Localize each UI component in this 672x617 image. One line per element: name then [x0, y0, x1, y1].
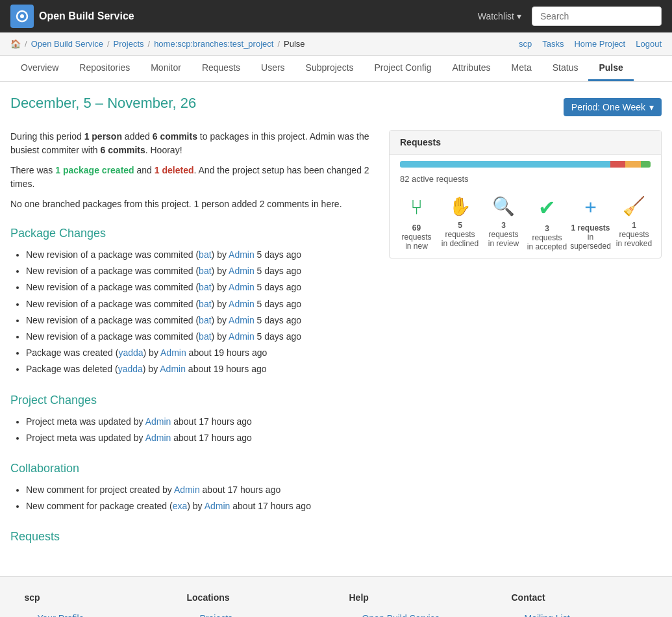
admin-link-12[interactable]: Admin [205, 501, 230, 511]
your-profile-link[interactable]: Your Profile [38, 613, 84, 617]
list-item: Projects [200, 609, 323, 617]
tab-project-config[interactable]: Project Config [364, 56, 442, 81]
requests-accepted-label: 3requestsin accepted [527, 224, 567, 251]
bat-link-1[interactable]: bat [199, 249, 211, 260]
admin-link-1[interactable]: Admin [229, 249, 255, 260]
tab-monitor[interactable]: Monitor [140, 56, 192, 81]
logout-link[interactable]: Logout [636, 39, 662, 49]
list-item: New comment for project created by Admin… [26, 482, 376, 498]
list-item: New revision of a package was commited (… [26, 279, 376, 296]
tab-status[interactable]: Status [542, 56, 589, 81]
requests-superseded-label: 1 requestsin superseded [569, 223, 612, 251]
list-item: Open Build Service [362, 609, 486, 617]
list-item: New revision of a package was commited (… [26, 312, 376, 329]
watchlist-caret-icon: ▾ [517, 11, 521, 21]
collaboration-list: New comment for project created by Admin… [10, 482, 376, 514]
yadda-link-1[interactable]: yadda [118, 347, 143, 358]
project-changes-heading: Project Changes [10, 394, 376, 407]
tab-users[interactable]: Users [251, 56, 295, 81]
list-item: New revision of a package was commited (… [26, 247, 376, 263]
requests-count: 82 active requests [390, 174, 661, 189]
nav-links: scp Tasks Home Project Logout [519, 39, 662, 49]
summary3: No one branched packages from this proje… [10, 197, 376, 211]
requests-new: ⑂ 69requestsin new [395, 195, 438, 251]
requests-accepted: ✔ 3requestsin accepted [525, 195, 569, 251]
footer-scp-list: Your Profile Home Project Logout [25, 609, 161, 617]
admin-link-10[interactable]: Admin [145, 433, 171, 443]
admin-link-7[interactable]: Admin [160, 347, 186, 358]
requests-panel: Requests 82 active requests ⑂ 69requests… [389, 130, 662, 258]
list-item: Package was deleted (yadda) by Admin abo… [26, 361, 376, 377]
watchlist-button[interactable]: Watchlist ▾ [478, 11, 521, 21]
footer-contact-title: Contact [512, 592, 648, 603]
requests-new-label: 69requestsin new [401, 223, 431, 251]
footer-scp: scp Your Profile Home Project Logout [25, 592, 161, 617]
sep2: / [107, 39, 110, 49]
current-breadcrumb: Pulse [284, 39, 305, 49]
check-icon: ✔ [538, 195, 556, 220]
package-changes-heading: Package Changes [10, 227, 376, 240]
tab-subprojects[interactable]: Subprojects [295, 56, 364, 81]
scp-link[interactable]: scp [519, 39, 532, 49]
projects-breadcrumb[interactable]: Projects [114, 39, 144, 49]
admin-link-3[interactable]: Admin [229, 282, 255, 292]
period-button[interactable]: Period: One Week ▾ [564, 98, 662, 116]
bat-link-5[interactable]: bat [199, 315, 211, 325]
tabs: Overview Repositories Monitor Requests U… [0, 56, 672, 82]
collaboration-heading: Collaboration [10, 462, 376, 475]
project-breadcrumb[interactable]: home:scp:branches:test_project [154, 39, 273, 49]
obs-logo [10, 5, 34, 28]
brand-link[interactable]: Open Build Service [10, 5, 134, 28]
requests-revoked-label: 1requestsin revoked [616, 221, 652, 248]
footer-contact-list: Mailing List Forums Chat (IRC) Twitter [512, 609, 648, 617]
search-input[interactable] [532, 6, 662, 26]
requests-bar-container [390, 155, 661, 174]
tab-meta[interactable]: Meta [501, 56, 542, 81]
list-item: Project meta was updated by Admin about … [26, 414, 376, 430]
tab-pulse[interactable]: Pulse [588, 56, 633, 81]
requests-declined-label: 5requestsin declined [442, 221, 479, 248]
admin-link-9[interactable]: Admin [145, 416, 171, 427]
admin-link-4[interactable]: Admin [229, 299, 255, 309]
admin-link-6[interactable]: Admin [229, 331, 255, 342]
title-row: December, 5 – November, 26 Period: One W… [10, 95, 662, 120]
tab-requests[interactable]: Requests [192, 56, 251, 81]
yadda-link-2[interactable]: yadda [118, 364, 143, 374]
list-item: New revision of a package was commited (… [26, 296, 376, 312]
tab-attributes[interactable]: Attributes [442, 56, 501, 81]
exa-link[interactable]: exa [173, 501, 188, 511]
projects-footer-link[interactable]: Projects [200, 613, 233, 617]
tab-repositories[interactable]: Repositories [69, 56, 140, 81]
list-item: Mailing List [525, 609, 648, 617]
bat-link-3[interactable]: bat [199, 282, 211, 292]
bat-link-2[interactable]: bat [199, 266, 211, 276]
created-link[interactable]: 1 package created [55, 165, 134, 175]
obs-help-link[interactable]: Open Build Service [362, 613, 440, 617]
footer: scp Your Profile Home Project Logout Loc… [0, 576, 672, 617]
list-item: Package was created (yadda) by Admin abo… [26, 345, 376, 361]
bat-link-6[interactable]: bat [199, 331, 211, 342]
admin-link-5[interactable]: Admin [229, 315, 255, 325]
brand-text: Open Build Service [39, 10, 134, 22]
admin-link-2[interactable]: Admin [229, 266, 255, 276]
tasks-link[interactable]: Tasks [542, 39, 564, 49]
bat-link-4[interactable]: bat [199, 299, 211, 309]
tab-overview[interactable]: Overview [10, 56, 69, 81]
admin-link-11[interactable]: Admin [174, 485, 200, 495]
admin-link-8[interactable]: Admin [160, 364, 186, 374]
obs-breadcrumb[interactable]: Open Build Service [31, 39, 103, 49]
home-breadcrumb[interactable]: 🏠 [10, 39, 21, 49]
sep4: / [277, 39, 280, 49]
list-item: Project meta was updated by Admin about … [26, 430, 376, 446]
list-item: Your Profile [38, 609, 161, 617]
sep3: / [148, 39, 151, 49]
mailing-list-link[interactable]: Mailing List [525, 613, 570, 617]
left-column: During this period 1 person added 6 comm… [10, 130, 376, 550]
footer-inner: scp Your Profile Home Project Logout Loc… [25, 592, 648, 617]
summary2: There was 1 package created and 1 delete… [10, 164, 376, 191]
requests-review-label: 3requestsin review [488, 221, 519, 248]
home-project-link[interactable]: Home Project [574, 39, 625, 49]
content-row: During this period 1 person added 6 comm… [10, 130, 662, 550]
footer-scp-title: scp [25, 592, 161, 603]
right-column: Requests 82 active requests ⑂ 69requests… [389, 130, 662, 550]
